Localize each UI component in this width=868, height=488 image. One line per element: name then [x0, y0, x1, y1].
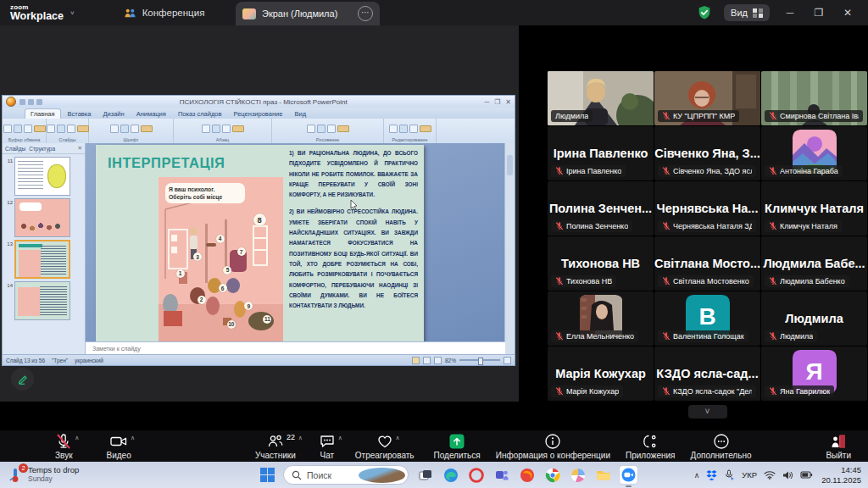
wifi-icon[interactable]	[764, 470, 776, 480]
taskview-button[interactable]	[416, 466, 434, 484]
taskbar-clock[interactable]: 14:45 20.11.2025	[820, 465, 861, 485]
participants-button[interactable]: 22 ∧ Участники	[248, 430, 303, 462]
muted-mic-icon	[769, 332, 777, 341]
ppt-maximize-button[interactable]: ❐	[494, 98, 500, 106]
opera-icon[interactable]	[467, 466, 485, 484]
close-button[interactable]: ✕	[839, 7, 856, 19]
zoom-workplace-logo[interactable]: zoom Workplace ˅	[0, 4, 83, 22]
annotation-button[interactable]	[11, 368, 34, 391]
quick-access-toolbar[interactable]	[19, 99, 42, 105]
firefox-icon[interactable]	[518, 466, 536, 484]
tab-conference[interactable]: Конференция	[124, 8, 205, 19]
more-participants-button[interactable]: ˅	[688, 405, 727, 419]
participant-tile[interactable]: ЯЯна Гаврилюк	[761, 347, 867, 401]
participant-tile[interactable]: КЗДО ясла-сад...КЗДО ясла-садок "Дельф..	[654, 347, 760, 401]
view-button[interactable]: Вид	[724, 4, 770, 21]
reactions-button[interactable]: ∧ Отреагировать	[343, 430, 422, 462]
ribbon-tab[interactable]: Дизайн	[97, 109, 129, 119]
chrome-icon[interactable]	[543, 466, 561, 484]
participant-tile[interactable]: Сівченко Яна, З...Сівченко Яна, ЗДО ясла…	[654, 126, 760, 180]
language-indicator[interactable]: УКР	[742, 470, 757, 480]
sorter-view-button[interactable]	[423, 357, 431, 364]
participant-tile[interactable]: Людмила Бабе...Людмила Бабенко	[761, 236, 867, 291]
participant-tile[interactable]: Світлана Мосто...Світлана Мостовенко	[654, 236, 760, 291]
normal-view-button[interactable]	[412, 357, 420, 364]
video-button[interactable]: ∧ Видео	[99, 433, 139, 460]
participant-tile[interactable]: КУ "ЦПРПП" КМР	[654, 71, 760, 125]
participants-chevron[interactable]: ∧	[298, 435, 303, 441]
tray-chevron-icon[interactable]: ∧	[694, 471, 700, 480]
minimize-button[interactable]: ─	[782, 7, 798, 19]
microphone-muted-icon	[55, 433, 72, 450]
slideshow-view-button[interactable]	[434, 357, 442, 364]
slide-thumbnail[interactable]	[14, 157, 70, 196]
slide-scrollbar[interactable]	[504, 143, 515, 355]
security-shield-icon[interactable]	[697, 5, 712, 20]
chevron-down-icon[interactable]: ˅	[70, 9, 75, 17]
ribbon-group-label: Буфер обмена	[8, 137, 40, 142]
start-button[interactable]	[259, 467, 275, 483]
share-screen-button[interactable]: Поделиться	[422, 430, 488, 462]
slide-thumbnail[interactable]	[14, 281, 70, 320]
leave-meeting-button[interactable]: Выйти	[818, 430, 868, 462]
notes-area[interactable]: Заметки к слайду	[86, 341, 505, 355]
voice-typing-icon[interactable]	[724, 469, 735, 480]
participant-tile[interactable]: Чернявська На...Чернявська Наталя ЗДО..	[654, 181, 760, 236]
participant-tile[interactable]: ВВалентина Голощак	[654, 291, 760, 346]
tab-screen-share[interactable]: Экран (Людмила) ⋯	[236, 2, 380, 25]
close-panel-icon[interactable]: ✕	[78, 145, 82, 152]
slide-thumbnail[interactable]	[14, 198, 70, 237]
muted-mic-icon	[555, 277, 564, 286]
chat-chevron[interactable]: ∧	[338, 435, 342, 441]
participant-tile[interactable]: Елла Мельниченко	[548, 291, 654, 346]
ribbon-tab[interactable]: Главная	[25, 108, 61, 119]
slide-paragraph-2: 2) ВИ НЕЙМОВІРНО СТРЕСОСТІЙКА ЛЮДИНА. УМ…	[289, 207, 418, 311]
ribbon-tab[interactable]: Анимация	[131, 109, 171, 119]
zoom-slider[interactable]	[459, 359, 500, 361]
search-box[interactable]: Поиск	[283, 465, 409, 485]
battery-icon[interactable]	[800, 470, 813, 480]
participant-tile[interactable]: ЛюдмилаЛюдмила	[761, 291, 867, 346]
weather-widget[interactable]: 2 Temps to drop Sunday	[0, 466, 134, 484]
teams-icon[interactable]	[492, 466, 510, 484]
thumbnail-number: 12	[6, 198, 13, 205]
slide-thumbnail[interactable]	[14, 240, 70, 279]
reactions-chevron[interactable]: ∧	[396, 435, 400, 441]
fit-to-window-button[interactable]	[504, 357, 511, 364]
apps-button[interactable]: Приложения	[618, 430, 683, 462]
seat-number: 1	[176, 269, 185, 278]
office-button[interactable]	[6, 97, 16, 107]
ppt-close-button[interactable]: ✕	[505, 98, 511, 106]
ribbon-tab[interactable]: Вставка	[63, 109, 97, 119]
view-label: Вид	[731, 8, 748, 18]
ribbon-tab[interactable]: Показ слайдов	[173, 109, 227, 119]
participant-tile[interactable]: Климчук НаталяКлимчук Наталя	[761, 181, 867, 236]
zoom-app-icon[interactable]	[620, 466, 637, 484]
ribbon-tab[interactable]: Вид	[289, 109, 311, 119]
tab-conference-label: Конференция	[142, 8, 205, 18]
volume-icon[interactable]	[782, 470, 793, 480]
file-explorer-icon[interactable]	[594, 466, 612, 484]
chat-button[interactable]: ∧ Чат	[303, 430, 343, 462]
copilot-icon[interactable]	[569, 466, 587, 484]
participant-tile[interactable]: Полина Зенчен...Полина Зенченко	[548, 181, 654, 236]
audio-options-chevron[interactable]: ∧	[75, 435, 79, 441]
tab-slides[interactable]: Слайды	[5, 146, 25, 152]
participant-tile[interactable]: Ірина ПавленкоІрина Павленко	[548, 126, 654, 180]
video-options-chevron[interactable]: ∧	[131, 435, 135, 441]
ppt-minimize-button[interactable]: ─	[484, 98, 489, 106]
more-button[interactable]: Дополнительно	[683, 430, 760, 462]
tab-more-icon[interactable]: ⋯	[358, 6, 373, 21]
mute-button[interactable]: ∧ Звук	[47, 433, 81, 460]
participant-tile[interactable]: Тихонова НВТихонова НВ	[548, 236, 654, 291]
participant-tile[interactable]: Людмила	[548, 71, 654, 125]
participant-tile[interactable]: Антоніна Гараба	[761, 126, 867, 180]
meeting-info-button[interactable]: Информация о конференции	[488, 430, 618, 462]
participant-tile[interactable]: Смирнова Світлана Івані..	[761, 71, 867, 125]
dropbox-icon[interactable]	[706, 470, 717, 480]
participant-tile[interactable]: Марія КожухарМарія Кожухар	[548, 347, 654, 401]
tab-outline[interactable]: Структура	[29, 146, 55, 152]
maximize-button[interactable]: ❐	[810, 7, 827, 19]
edge-icon[interactable]	[442, 466, 459, 484]
ribbon-tab[interactable]: Рецензирование	[229, 109, 288, 119]
